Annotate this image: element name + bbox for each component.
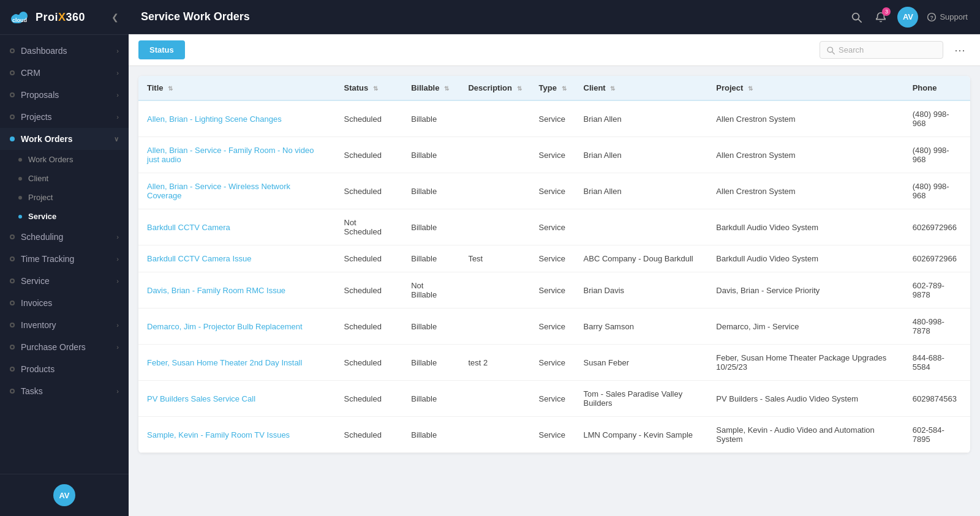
cell-billable: Billable <box>402 209 459 245</box>
sidebar-item-time-tracking[interactable]: Time Tracking › <box>0 248 129 270</box>
sidebar-user-avatar[interactable]: AV <box>53 484 75 506</box>
sidebar-item-service-nav[interactable]: Service › <box>0 270 129 292</box>
chevron-right-icon: › <box>116 233 119 241</box>
work-order-link[interactable]: Barkdull CCTV Camera Issue <box>147 254 252 263</box>
cell-project: Allen Crestron System <box>707 100 903 137</box>
cell-title[interactable]: Feber, Susan Home Theater 2nd Day Instal… <box>138 345 336 381</box>
sidebar-item-purchase-orders-label: Purchase Orders <box>21 342 86 352</box>
sidebar-item-proposals[interactable]: Proposals › <box>0 84 129 106</box>
sidebar-item-work-orders[interactable]: Work Orders ∨ <box>0 128 129 150</box>
sidebar-item-projects[interactable]: Projects › <box>0 106 129 128</box>
cell-type: Service <box>530 308 575 345</box>
sidebar-item-scheduling-label: Scheduling <box>21 232 63 242</box>
cell-title[interactable]: Allen, Brian - Service - Family Room - N… <box>138 137 336 173</box>
work-order-link[interactable]: Allen, Brian - Service - Wireless Networ… <box>147 182 290 200</box>
cell-status: Scheduled <box>336 173 403 209</box>
sort-icon[interactable]: ⇅ <box>562 85 567 92</box>
search-button[interactable] <box>848 9 864 25</box>
cell-billable: Billable <box>402 308 459 345</box>
sort-icon[interactable]: ⇅ <box>748 85 753 92</box>
sidebar-item-inventory[interactable]: Inventory › <box>0 314 129 336</box>
notification-button[interactable]: 3 <box>873 9 889 25</box>
table-row: Demarco, Jim - Projector Bulb Replacemen… <box>138 308 970 345</box>
sidebar-item-client[interactable]: Client <box>18 169 129 188</box>
cell-status: Scheduled <box>336 381 403 417</box>
sort-icon[interactable]: ⇅ <box>610 85 615 92</box>
sidebar-item-purchase-orders[interactable]: Purchase Orders › <box>0 336 129 358</box>
support-button[interactable]: ? Support <box>927 12 968 22</box>
sidebar-collapse-button[interactable]: ❮ <box>111 12 119 22</box>
status-button[interactable]: Status <box>138 40 185 59</box>
cell-type: Service <box>530 345 575 381</box>
cell-title[interactable]: Barkdull CCTV Camera Issue <box>138 245 336 272</box>
cell-client: Susan Feber <box>575 345 708 381</box>
sidebar-item-service-nav-label: Service <box>21 276 50 286</box>
search-box[interactable] <box>820 41 943 59</box>
sidebar-item-crm[interactable]: CRM › <box>0 62 129 84</box>
work-order-link[interactable]: Feber, Susan Home Theater 2nd Day Instal… <box>147 358 302 367</box>
work-order-link[interactable]: Sample, Kevin - Family Room TV Issues <box>147 430 290 439</box>
sidebar-item-service[interactable]: Service <box>18 207 129 226</box>
cell-billable: Billable <box>402 173 459 209</box>
cell-project: Sample, Kevin - Audio Video and Automati… <box>707 417 903 453</box>
cell-client: Barry Samson <box>575 308 708 345</box>
more-options-button[interactable]: ⋯ <box>949 41 970 59</box>
svg-line-9 <box>832 51 835 54</box>
work-orders-table: Title ⇅ Status ⇅ Billable ⇅ Descriptio <box>138 76 970 453</box>
work-order-link[interactable]: Allen, Brian - Lighting Scene Changes <box>147 114 282 124</box>
table-row: Allen, Brian - Service - Wireless Networ… <box>138 173 970 209</box>
sidebar: cloud ProiX360 ❮ Dashboards › CRM › Prop… <box>0 0 129 516</box>
sidebar-item-invoices[interactable]: Invoices <box>0 292 129 314</box>
cell-title[interactable]: Demarco, Jim - Projector Bulb Replacemen… <box>138 308 336 345</box>
cell-type: Service <box>530 245 575 272</box>
cell-client: Brian Allen <box>575 100 708 137</box>
svg-line-5 <box>859 19 862 21</box>
cell-title[interactable]: PV Builders Sales Service Call <box>138 381 336 417</box>
sidebar-item-products[interactable]: Products <box>0 358 129 380</box>
sidebar-work-orders-submenu: Work Orders Client Project Service <box>0 150 129 226</box>
work-order-link[interactable]: Allen, Brian - Service - Family Room - N… <box>147 146 314 164</box>
notification-badge: 3 <box>882 7 891 16</box>
cell-billable: Billable <box>402 417 459 453</box>
cell-description <box>459 381 530 417</box>
cell-client: Brian Allen <box>575 173 708 209</box>
cell-project: Allen Crestron System <box>707 137 903 173</box>
cell-phone: 844-688-5584 <box>904 345 970 381</box>
cell-title[interactable]: Allen, Brian - Lighting Scene Changes <box>138 100 336 137</box>
user-avatar[interactable]: AV <box>897 7 918 28</box>
cell-type: Service <box>530 173 575 209</box>
cell-status: Scheduled <box>336 345 403 381</box>
support-label: Support <box>940 12 968 21</box>
main-content: Service Work Orders 3 AV ? Support Statu… <box>129 0 980 516</box>
sidebar-item-dashboards[interactable]: Dashboards › <box>0 40 129 62</box>
sidebar-item-scheduling[interactable]: Scheduling › <box>0 226 129 248</box>
sidebar-item-project[interactable]: Project <box>18 188 129 207</box>
cell-title[interactable]: Sample, Kevin - Family Room TV Issues <box>138 417 336 453</box>
table-row: Sample, Kevin - Family Room TV Issues Sc… <box>138 417 970 453</box>
cell-client: Brian Allen <box>575 137 708 173</box>
col-description: Description ⇅ <box>459 76 530 100</box>
work-order-link[interactable]: Davis, Brian - Family Room RMC Issue <box>147 286 285 295</box>
cell-title[interactable]: Davis, Brian - Family Room RMC Issue <box>138 272 336 308</box>
work-order-link[interactable]: Demarco, Jim - Projector Bulb Replacemen… <box>147 322 303 331</box>
cell-title[interactable]: Allen, Brian - Service - Wireless Networ… <box>138 173 336 209</box>
search-input[interactable] <box>839 45 937 54</box>
sort-icon[interactable]: ⇅ <box>373 85 378 92</box>
col-type: Type ⇅ <box>530 76 575 100</box>
work-order-link[interactable]: Barkdull CCTV Camera <box>147 223 230 232</box>
sidebar-item-inventory-label: Inventory <box>21 320 56 330</box>
cell-type: Service <box>530 100 575 137</box>
sort-icon[interactable]: ⇅ <box>168 85 173 92</box>
cell-description <box>459 137 530 173</box>
cell-title[interactable]: Barkdull CCTV Camera <box>138 209 336 245</box>
chevron-down-icon: ∨ <box>114 135 119 143</box>
sidebar-item-tasks[interactable]: Tasks › <box>0 380 129 402</box>
table-row: Feber, Susan Home Theater 2nd Day Instal… <box>138 345 970 381</box>
chevron-right-icon: › <box>116 387 119 395</box>
cell-phone: 480-998-7878 <box>904 308 970 345</box>
sidebar-item-work-orders-sub[interactable]: Work Orders <box>18 150 129 169</box>
sort-icon[interactable]: ⇅ <box>517 85 522 92</box>
cell-phone: 6026972966 <box>904 245 970 272</box>
work-order-link[interactable]: PV Builders Sales Service Call <box>147 394 255 403</box>
sort-icon[interactable]: ⇅ <box>444 85 449 92</box>
